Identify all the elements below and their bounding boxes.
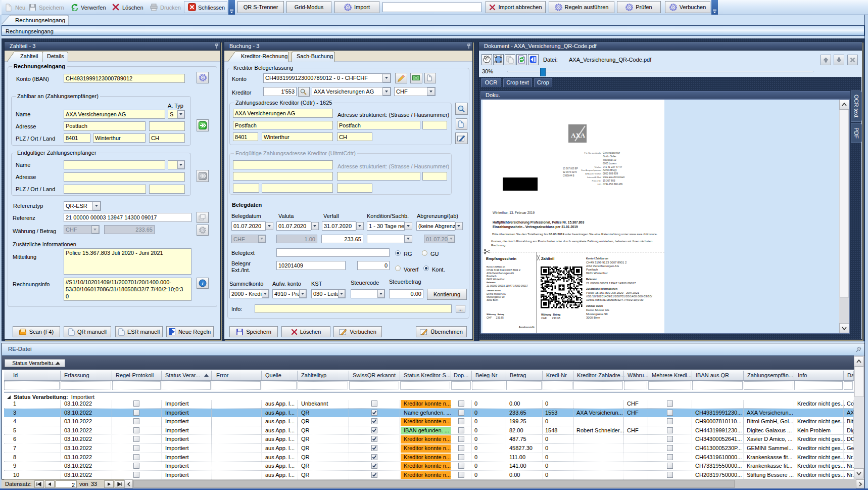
svg-text:AXA: AXA bbox=[571, 131, 586, 139]
